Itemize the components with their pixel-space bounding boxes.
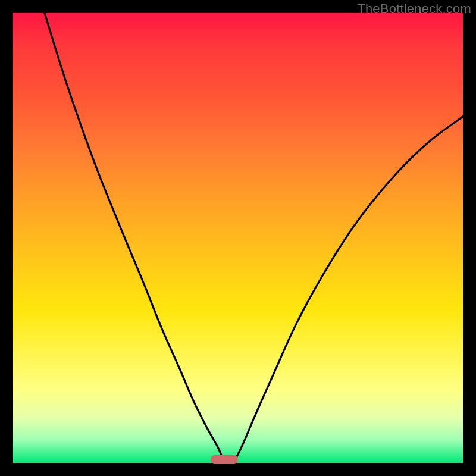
right-curve-path	[233, 117, 463, 463]
watermark-text: TheBottleneck.com	[357, 1, 471, 17]
chart-frame	[13, 13, 463, 463]
bottleneck-marker	[211, 455, 238, 464]
chart-curves	[13, 13, 463, 463]
left-curve-path	[45, 13, 224, 463]
